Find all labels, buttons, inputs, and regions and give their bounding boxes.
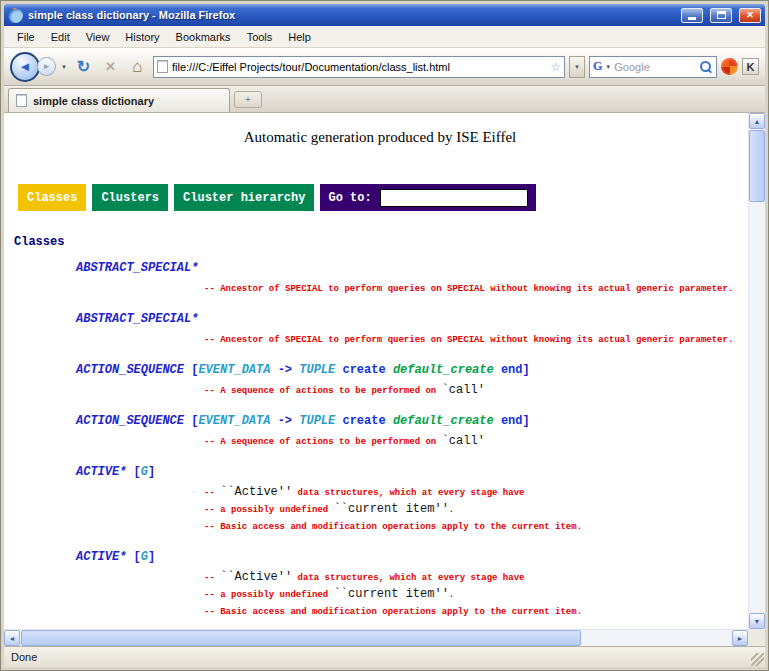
code-token: end: [501, 363, 523, 377]
goto-box: Go to:: [320, 184, 535, 211]
class-comment: -- ``Active'' data structures, which at …: [12, 484, 748, 501]
comment-token: -- Ancestor of SPECIAL to perform querie…: [204, 284, 733, 294]
menu-bookmarks[interactable]: Bookmarks: [168, 28, 239, 46]
scroll-right-button[interactable]: ►: [732, 630, 748, 646]
url-dropdown-button[interactable]: ▼: [569, 56, 585, 78]
code-token: EVENT_DATA: [198, 414, 270, 428]
comment-token: ``Active'': [220, 570, 292, 584]
comment-token: .: [449, 505, 454, 515]
code-token: default_create: [393, 363, 501, 377]
code-token: ]: [523, 363, 530, 377]
scroll-left-button[interactable]: ◄: [4, 630, 20, 646]
menu-file[interactable]: File: [9, 28, 43, 46]
vertical-scrollbar-thumb[interactable]: [749, 130, 765, 202]
code-token: ->: [270, 363, 299, 377]
code-token: [: [134, 550, 141, 564]
stop-button[interactable]: ✕: [99, 55, 122, 78]
comment-token: .: [449, 590, 454, 600]
code-token: TUPLE: [299, 363, 335, 377]
classes-nav-button[interactable]: Classes: [18, 184, 86, 211]
comment-token: -- a possibly undefined: [204, 590, 334, 600]
class-comment: -- a possibly undefined ``current item''…: [12, 586, 748, 603]
maximize-button[interactable]: [710, 8, 732, 23]
code-token: TUPLE: [299, 414, 335, 428]
back-icon: ◄: [19, 59, 32, 74]
comment-token: --: [204, 573, 220, 583]
bookmark-star-icon[interactable]: ☆: [550, 60, 561, 74]
goto-input[interactable]: [380, 189, 528, 207]
comment-token: --: [204, 488, 220, 498]
back-button[interactable]: ◄: [10, 52, 40, 82]
class-entry: ACTION_SEQUENCE [EVENT_DATA -> TUPLE cre…: [12, 363, 748, 399]
tab-document-icon: [16, 94, 27, 107]
navigation-toolbar: ◄ ► ▼ ↻ ✕ ⌂ ☆ ▼ G ▼ K: [4, 48, 765, 86]
new-tab-button[interactable]: +: [234, 91, 262, 108]
class-name-link[interactable]: ACTIVE*: [76, 550, 134, 564]
comment-token: `call': [442, 383, 485, 397]
resize-grip[interactable]: [751, 653, 764, 666]
window-title: simple class dictionary - Mozilla Firefo…: [28, 9, 674, 21]
comment-token: ``current item'': [334, 587, 449, 601]
class-name-link[interactable]: ACTION_SEQUENCE: [76, 414, 191, 428]
search-bar[interactable]: G ▼: [589, 56, 717, 78]
vertical-scrollbar[interactable]: ▲ ▼: [748, 113, 765, 629]
class-entry: ACTIVE* [G]-- ``Active'' data structures…: [12, 465, 748, 535]
firefox-window: simple class dictionary - Mozilla Firefo…: [0, 0, 769, 671]
clusters-nav-button[interactable]: Clusters: [92, 184, 168, 211]
comment-token: -- A sequence of actions to be performed…: [204, 386, 442, 396]
titlebar[interactable]: simple class dictionary - Mozilla Firefo…: [4, 4, 765, 26]
tab-label: simple class dictionary: [33, 95, 154, 107]
class-entry: ACTION_SEQUENCE [EVENT_DATA -> TUPLE cre…: [12, 414, 748, 450]
class-comment: -- ``Active'' data structures, which at …: [12, 569, 748, 586]
scroll-up-button[interactable]: ▲: [749, 113, 765, 129]
class-comment: -- A sequence of actions to be performed…: [12, 433, 748, 450]
extension-icon[interactable]: [721, 58, 738, 75]
minimize-button[interactable]: [681, 8, 703, 23]
plugin-k-icon[interactable]: K: [742, 58, 759, 75]
code-token: ]: [523, 414, 530, 428]
menu-help[interactable]: Help: [280, 28, 319, 46]
class-name-link[interactable]: ACTION_SEQUENCE: [76, 363, 191, 377]
menu-edit[interactable]: Edit: [43, 28, 78, 46]
scroll-down-button[interactable]: ▼: [749, 613, 765, 629]
class-declaration: ACTION_SEQUENCE [EVENT_DATA -> TUPLE cre…: [12, 414, 748, 428]
menubar: File Edit View History Bookmarks Tools H…: [4, 26, 765, 48]
forward-button[interactable]: ►: [37, 57, 56, 76]
cluster-hierarchy-nav-button[interactable]: Cluster hierarchy: [174, 184, 314, 211]
section-title-classes: Classes: [14, 235, 748, 249]
class-name-link[interactable]: ABSTRACT_SPECIAL*: [76, 261, 198, 275]
vertical-scrollbar-track[interactable]: [749, 203, 765, 613]
tab-simple-class-dictionary[interactable]: simple class dictionary: [8, 88, 230, 112]
comment-token: -- A sequence of actions to be performed…: [204, 437, 442, 447]
menu-view[interactable]: View: [78, 28, 118, 46]
url-input[interactable]: [172, 61, 546, 73]
google-logo-icon: G: [593, 59, 602, 74]
comment-token: data structures, which at every stage ha…: [292, 573, 524, 583]
browser-viewport: Automatic generation produced by ISE Eif…: [4, 113, 765, 646]
home-button[interactable]: ⌂: [126, 55, 149, 78]
search-engine-dropdown[interactable]: ▼: [605, 64, 611, 70]
address-bar[interactable]: ☆: [153, 56, 565, 78]
class-comment: -- Ancestor of SPECIAL to perform querie…: [12, 331, 748, 348]
menu-tools[interactable]: Tools: [239, 28, 281, 46]
class-comment: -- Ancestor of SPECIAL to perform querie…: [12, 280, 748, 297]
firefox-icon: [8, 8, 23, 23]
code-token: ]: [148, 465, 155, 479]
class-comment: -- Basic access and modification operati…: [12, 603, 748, 620]
close-button[interactable]: ✕: [739, 8, 761, 23]
search-input[interactable]: [614, 61, 696, 73]
menu-history[interactable]: History: [117, 28, 167, 46]
code-token: end: [501, 414, 523, 428]
history-dropdown[interactable]: ▼: [60, 64, 68, 70]
refresh-button[interactable]: ↻: [72, 55, 95, 78]
class-name-link[interactable]: ABSTRACT_SPECIAL*: [76, 312, 198, 326]
code-token: G: [141, 550, 148, 564]
horizontal-scrollbar-thumb[interactable]: [21, 630, 581, 646]
class-name-link[interactable]: ACTIVE*: [76, 465, 134, 479]
minimize-icon: [688, 17, 696, 20]
horizontal-scrollbar[interactable]: ◄ ►: [4, 629, 748, 646]
horizontal-scrollbar-track[interactable]: [582, 630, 732, 646]
search-icon[interactable]: [699, 60, 713, 74]
class-declaration: ACTIVE* [G]: [12, 465, 748, 479]
code-token: ->: [270, 414, 299, 428]
